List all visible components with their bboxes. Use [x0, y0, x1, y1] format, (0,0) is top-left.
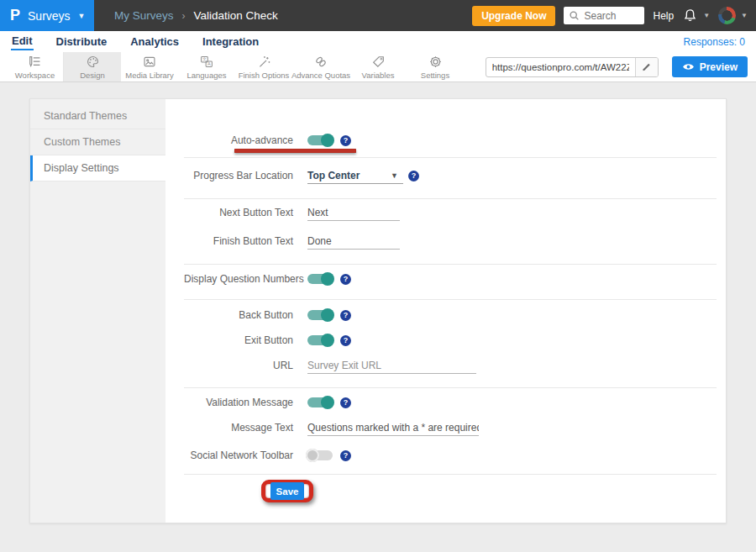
breadcrumb-my-surveys[interactable]: My Surveys — [114, 9, 174, 22]
survey-url-field — [486, 57, 659, 77]
languages-icon: 文 A — [198, 55, 215, 69]
validation-message-toggle[interactable] — [307, 397, 333, 407]
pencil-icon — [641, 61, 652, 72]
settings-icon — [428, 55, 444, 69]
row-validation-message: Validation Message — [184, 394, 714, 411]
exit-button-toggle[interactable] — [307, 335, 333, 345]
row-back-button: Back Button — [184, 307, 714, 323]
toolbar-item-workspace[interactable]: Workspace — [7, 52, 64, 81]
toolbar-item-finish-options[interactable]: Finish Options — [235, 52, 292, 81]
message-text-label: Message Text — [184, 422, 293, 434]
auto-advance-toggle[interactable] — [307, 135, 333, 145]
help-icon[interactable] — [340, 335, 351, 346]
help-icon[interactable] — [340, 310, 351, 321]
tab-integration[interactable]: Integration — [202, 34, 260, 50]
row-finish-button-text: Finish Button Text — [184, 233, 714, 250]
user-avatar[interactable] — [718, 7, 736, 24]
finish-button-text-input[interactable] — [307, 233, 400, 250]
edit-url-button[interactable] — [635, 58, 658, 76]
themes-sidebar: Standard Themes Custom Themes Display Se… — [30, 99, 165, 523]
sidebar-item-display-settings[interactable]: Display Settings — [30, 155, 165, 181]
help-icon[interactable] — [340, 135, 351, 146]
back-button-toggle[interactable] — [307, 310, 333, 320]
help-icon[interactable] — [340, 450, 351, 461]
survey-nav-tabs: Edit Distribute Analytics Integration Re… — [0, 31, 756, 52]
svg-text:A: A — [207, 61, 211, 66]
breadcrumb-separator-icon: › — [182, 10, 186, 22]
help-icon[interactable] — [340, 397, 351, 408]
display-settings-panel: Standard Themes Custom Themes Display Se… — [29, 98, 727, 523]
help-link[interactable]: Help — [653, 10, 674, 22]
preview-button[interactable]: Preview — [672, 56, 748, 77]
survey-url-input[interactable] — [486, 62, 635, 72]
top-header: P Surveys ▼ My Surveys › Validation Chec… — [0, 0, 756, 31]
chevron-down-icon: ▼ — [78, 12, 86, 20]
row-exit-button: Exit Button — [184, 332, 714, 349]
global-search[interactable] — [564, 7, 644, 24]
toolbar-item-design[interactable]: Design — [64, 52, 121, 81]
auto-advance-label: Auto-advance — [184, 134, 293, 146]
row-social-network-toolbar: Social Network Toolbar — [184, 447, 714, 464]
toolbar-item-media-library[interactable]: Media Library — [121, 52, 178, 81]
select-caret-icon: ▼ — [391, 171, 403, 180]
progress-bar-location-select[interactable]: Top Center ▼ — [307, 167, 403, 184]
media-library-icon — [141, 55, 158, 69]
social-network-toolbar-label: Social Network Toolbar — [184, 449, 293, 461]
finish-button-text-label: Finish Button Text — [184, 235, 293, 247]
validation-message-label: Validation Message — [184, 397, 293, 408]
help-icon[interactable] — [408, 171, 419, 181]
toolbar-item-languages[interactable]: 文 A Languages — [178, 52, 235, 81]
svg-text:文: 文 — [202, 56, 207, 61]
tab-edit[interactable]: Edit — [11, 33, 34, 50]
advance-quotas-icon — [312, 55, 329, 69]
toolbar-item-settings[interactable]: Settings — [407, 52, 464, 81]
divider — [184, 474, 717, 475]
next-button-text-label: Next Button Text — [184, 207, 293, 218]
upgrade-now-button[interactable]: Upgrade Now — [472, 6, 555, 26]
divider — [184, 299, 717, 300]
row-message-text: Message Text — [184, 419, 714, 436]
back-button-label: Back Button — [184, 309, 293, 321]
help-icon[interactable] — [340, 274, 351, 285]
message-text-input[interactable] — [307, 419, 479, 436]
workspace-icon — [27, 55, 43, 69]
row-next-button-text: Next Button Text — [184, 204, 714, 221]
breadcrumb-current: Validation Check — [194, 9, 278, 22]
responses-count[interactable]: Responses: 0 — [684, 36, 745, 48]
variables-icon — [370, 55, 386, 69]
exit-url-input[interactable] — [307, 357, 476, 374]
bell-caret-icon[interactable]: ▼ — [703, 12, 710, 19]
divider — [184, 264, 717, 265]
social-network-toolbar-toggle[interactable] — [307, 450, 333, 460]
search-icon — [569, 10, 580, 21]
editor-toolbar: Workspace Design Media Library 文 A — [0, 52, 756, 82]
search-input[interactable] — [584, 10, 636, 22]
product-menu-label: Surveys — [28, 9, 71, 23]
progress-bar-location-label: Progress Bar Location — [184, 170, 293, 181]
breadcrumb: My Surveys › Validation Check — [114, 9, 278, 22]
avatar-caret-icon[interactable]: ▼ — [741, 12, 748, 19]
row-display-question-numbers: Display Question Numbers — [184, 271, 714, 287]
eye-icon — [682, 62, 695, 71]
display-question-numbers-toggle[interactable] — [307, 274, 333, 284]
sidebar-item-custom-themes[interactable]: Custom Themes — [30, 129, 165, 155]
divider — [184, 198, 717, 199]
notifications-bell-icon[interactable] — [682, 8, 698, 24]
divider — [184, 157, 717, 158]
sidebar-item-standard-themes[interactable]: Standard Themes — [30, 103, 165, 129]
row-exit-url: URL — [184, 357, 714, 374]
toolbar-item-variables[interactable]: Variables — [349, 52, 407, 81]
row-auto-advance: Auto-advance — [184, 132, 714, 149]
save-button[interactable]: Save — [270, 482, 304, 500]
row-progress-bar-location: Progress Bar Location Top Center ▼ — [184, 167, 714, 184]
next-button-text-input[interactable] — [307, 204, 400, 221]
toolbar-item-advance-quotas[interactable]: Advance Quotas — [292, 52, 349, 81]
finish-options-icon — [256, 55, 272, 69]
design-icon — [85, 55, 101, 69]
display-question-numbers-label: Display Question Numbers — [184, 273, 293, 285]
exit-url-label: URL — [184, 360, 293, 371]
product-switcher[interactable]: P Surveys ▼ — [0, 0, 94, 31]
tab-distribute[interactable]: Distribute — [55, 34, 108, 50]
questionpro-logo-icon: P — [10, 7, 20, 24]
tab-analytics[interactable]: Analytics — [129, 34, 180, 50]
